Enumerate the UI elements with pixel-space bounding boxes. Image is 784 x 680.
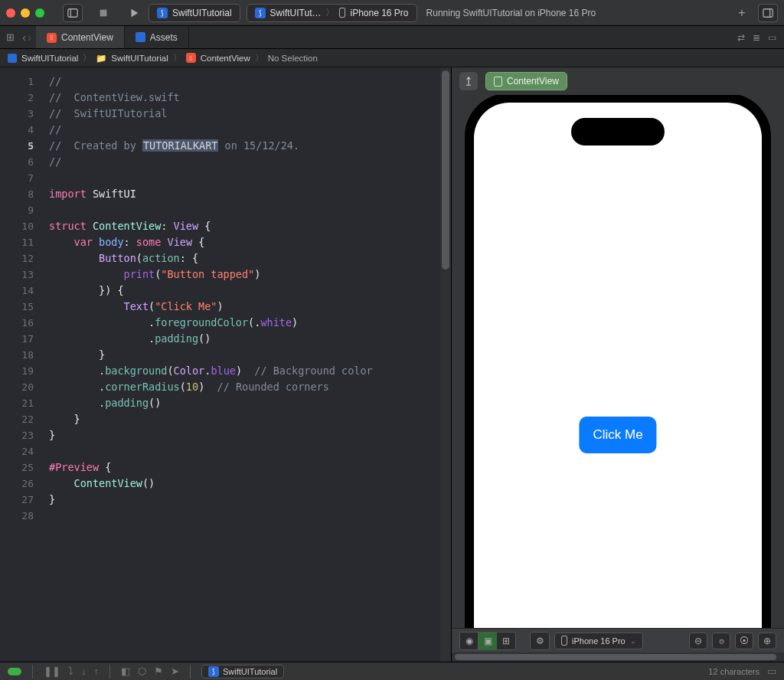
editor-scrollbar[interactable]	[440, 67, 451, 662]
crumb-selection[interactable]: No Selection	[268, 54, 318, 63]
activity-status: Running SwiftUITutorial on iPhone 16 Pro	[426, 8, 596, 18]
zoom-window-button[interactable]	[35, 8, 44, 18]
zoom-actual-button[interactable]: ⦿	[735, 633, 753, 649]
editor-nav: ‹ ›	[18, 26, 36, 48]
related-items-button[interactable]: ⊞	[3, 26, 18, 48]
device-icon	[339, 8, 345, 18]
tab-contentview[interactable]: 𓃠 ContentView	[36, 26, 125, 48]
crumb-project[interactable]: SwiftUITutorial	[21, 54, 78, 63]
svg-marker-3	[132, 8, 139, 17]
process-label: SwiftUITutorial	[223, 667, 277, 676]
zoom-out-button[interactable]: ⊖	[689, 633, 707, 649]
device-icon	[561, 636, 567, 646]
run-button[interactable]	[124, 4, 144, 22]
minimize-window-button[interactable]	[21, 8, 30, 18]
swift-file-icon: 𓃠	[186, 53, 196, 63]
crumb-folder[interactable]: SwiftUITutorial	[111, 54, 168, 63]
target-selector[interactable]: ⟆ SwiftUITut… 〉 iPhone 16 Pro	[247, 4, 417, 22]
add-button[interactable]: +	[732, 4, 752, 22]
crumb-file[interactable]: ContentView	[201, 54, 250, 63]
add-editor-icon[interactable]: ▭	[768, 32, 776, 43]
line-gutter: 1234567891011121314151617181920212223242…	[0, 67, 43, 662]
device-label: iPhone 16 Pro	[350, 8, 408, 18]
preview-toolbar: ◉ ▣ ⊞ ⚙ iPhone 16 Pro ⌄ ⊖ ⌾ ⦿ ⊕	[452, 628, 784, 652]
code-editor[interactable]: 1234567891011121314151617181920212223242…	[0, 67, 452, 662]
toggle-inspector-button[interactable]	[758, 4, 778, 22]
preview-device-picker[interactable]: iPhone 16 Pro ⌄	[554, 633, 643, 649]
environment-icon[interactable]: ⚑	[154, 665, 163, 677]
live-mode-icon[interactable]: ◉	[460, 633, 479, 649]
code-area[interactable]: // // ContentView.swift // SwiftUITutori…	[43, 67, 451, 662]
phone-screen: Click Me	[474, 103, 762, 628]
target-label: SwiftUITut…	[270, 8, 322, 18]
toggle-debug-area-icon[interactable]: ▭	[767, 665, 776, 677]
memory-graph-icon[interactable]: ⬡	[138, 665, 146, 677]
settings-icon[interactable]: ⚙	[531, 633, 549, 649]
tab-label: Assets	[150, 32, 178, 43]
svg-rect-2	[100, 9, 107, 16]
svg-rect-0	[68, 8, 77, 17]
step-out-icon[interactable]: ↑	[94, 665, 100, 677]
preview-hscroll[interactable]	[452, 652, 784, 662]
main-area: 1234567891011121314151617181920212223242…	[0, 67, 784, 662]
selectable-mode-icon[interactable]: ▣	[479, 633, 497, 649]
phone-frame: Click Me	[465, 95, 771, 628]
jump-bar[interactable]: SwiftUITutorial 〉 📁 SwiftUITutorial 〉 𓃠 …	[0, 49, 784, 67]
toggle-navigator-button[interactable]	[63, 4, 83, 22]
preview-panel: ContentView Click Me ◉ ▣ ⊞ ⚙	[452, 67, 784, 662]
dynamic-island	[571, 118, 665, 145]
preview-header: ContentView	[452, 67, 784, 95]
editor-options-icon[interactable]: ≣	[753, 32, 760, 43]
project-icon	[8, 54, 17, 63]
zoom-in-button[interactable]: ⊕	[758, 633, 776, 649]
scheme-selector[interactable]: ⟆ SwiftUITutorial	[149, 4, 240, 22]
titlebar: ⟆ SwiftUITutorial ⟆ SwiftUITut… 〉 iPhone…	[0, 0, 784, 26]
swift-file-icon: 𓃠	[47, 33, 57, 43]
project-icon: ⟆	[157, 8, 168, 18]
preview-selector[interactable]: ContentView	[485, 72, 567, 90]
debug-indicator[interactable]	[8, 668, 21, 675]
app-icon: ⟆	[255, 8, 266, 18]
preview-click-me-button[interactable]: Click Me	[579, 417, 656, 453]
zoom-fit-button[interactable]: ⌾	[712, 633, 730, 649]
pin-preview-button[interactable]	[459, 72, 478, 90]
svg-rect-4	[763, 8, 773, 17]
nav-forward-button[interactable]: ›	[28, 31, 31, 44]
device-settings-button[interactable]: ⚙	[530, 632, 550, 650]
tab-bar: ⊞ ‹ › 𓃠 ContentView Assets ⇄ ≣ ▭	[0, 26, 784, 49]
variants-mode-icon[interactable]: ⊞	[497, 633, 515, 649]
preview-mode-segment[interactable]: ◉ ▣ ⊞	[459, 632, 516, 650]
assets-icon	[136, 32, 145, 42]
text-selection: TUTORIALKART	[142, 139, 219, 152]
tab-label: ContentView	[61, 32, 113, 43]
location-icon[interactable]: ➤	[171, 665, 179, 677]
refresh-icon[interactable]: ⇄	[737, 32, 745, 43]
preview-device-icon	[494, 77, 502, 87]
folder-icon: 📁	[96, 53, 106, 64]
debug-view-icon[interactable]: ◧	[121, 665, 130, 677]
window-controls	[6, 8, 44, 18]
close-window-button[interactable]	[6, 8, 15, 18]
scheme-project-label: SwiftUITutorial	[172, 8, 232, 18]
stop-button[interactable]	[93, 4, 113, 22]
nav-back-button[interactable]: ‹	[22, 31, 26, 44]
preview-label: ContentView	[507, 76, 559, 87]
process-selector[interactable]: ⟆ SwiftUITutorial	[201, 665, 284, 678]
preview-canvas[interactable]: Click Me	[452, 95, 784, 628]
step-into-icon[interactable]: ↓	[81, 665, 87, 677]
step-over-icon[interactable]: ⤵	[68, 665, 74, 677]
pause-button[interactable]: ❚❚	[44, 665, 60, 677]
app-icon: ⟆	[208, 666, 219, 677]
selection-info: 12 characters	[708, 667, 760, 676]
tab-assets[interactable]: Assets	[125, 26, 189, 48]
status-bar: ❚❚ ⤵ ↓ ↑ ◧ ⬡ ⚑ ➤ ⟆ SwiftUITutorial 12 ch…	[0, 662, 784, 680]
preview-device-label: iPhone 16 Pro	[572, 636, 626, 646]
